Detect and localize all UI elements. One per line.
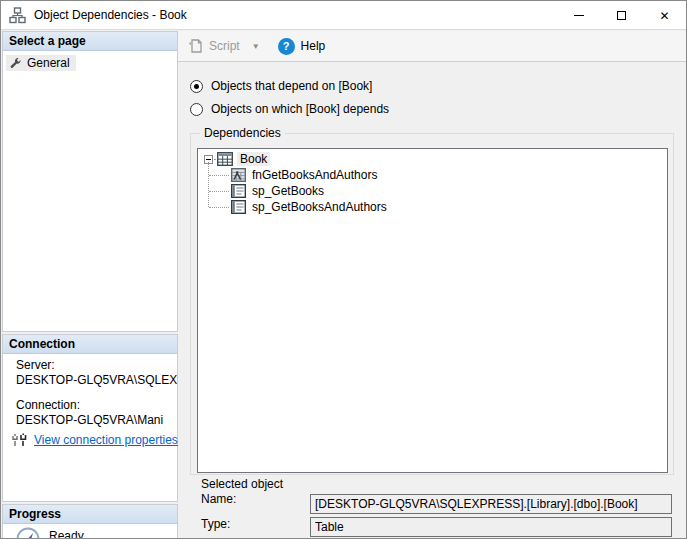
select-a-page-header: Select a page — [3, 32, 177, 51]
radio-objects-that-depend-label: Objects that depend on [Book] — [211, 79, 372, 93]
radio-objects-on-which-depends[interactable]: Objects on which [Book] depends — [190, 102, 389, 116]
ready-spinner-icon — [15, 526, 41, 539]
minimize-icon — [574, 15, 584, 16]
maximize-button[interactable] — [600, 1, 643, 30]
close-icon: ✕ — [659, 10, 669, 22]
type-label: Type: — [201, 517, 230, 531]
connection-properties-icon — [11, 433, 29, 447]
help-button-label: Help — [301, 39, 326, 53]
connection-panel: Connection Server: DESKTOP-GLQ5VRA\SQLEX… — [2, 334, 178, 502]
progress-panel: Progress Ready — [2, 504, 178, 539]
radio-objects-that-depend[interactable]: Objects that depend on [Book] — [190, 79, 372, 93]
tree-connector-line — [209, 191, 229, 192]
close-button[interactable]: ✕ — [643, 1, 686, 30]
stored-procedure-icon — [231, 200, 246, 214]
window-controls: ✕ — [557, 1, 686, 30]
connection-label: Connection: — [16, 398, 80, 412]
view-connection-properties-label: View connection properties — [34, 433, 178, 447]
minimize-button[interactable] — [557, 1, 600, 30]
tree-item-sp-getbooks[interactable]: sp_GetBooks — [231, 183, 326, 199]
dependencies-tree: Book fnGetBooksAndAuthors sp_GetBooks — [197, 148, 668, 473]
script-button[interactable]: Script — [188, 38, 240, 54]
progress-status: Ready — [15, 526, 84, 539]
select-a-page-panel: Select a page General — [2, 31, 178, 332]
table-valued-function-icon — [231, 168, 246, 182]
tree-item-sp-getbooks-label: sp_GetBooks — [250, 184, 326, 198]
wrench-icon — [9, 57, 22, 70]
stored-procedure-icon — [231, 184, 246, 198]
tree-connector-line — [209, 175, 229, 176]
tree-item-sp-getbooksandauthors-label: sp_GetBooksAndAuthors — [250, 200, 389, 214]
selected-object-type-field[interactable] — [310, 517, 672, 537]
script-dropdown-arrow-icon[interactable]: ▼ — [252, 42, 260, 51]
sidebar-item-general[interactable]: General — [6, 55, 76, 71]
script-icon — [188, 38, 204, 54]
server-label: Server: — [16, 358, 55, 372]
help-icon: ? — [278, 38, 295, 55]
object-dependencies-dialog: Object Dependencies - Book ✕ Select a pa… — [0, 0, 687, 539]
tree-connector-line — [209, 207, 229, 208]
table-icon — [217, 152, 233, 166]
selected-object-name-field[interactable] — [310, 494, 672, 514]
tree-connector-line — [208, 162, 209, 207]
selected-object-section-label: Selected object — [201, 477, 283, 491]
radio-unselected-icon — [190, 103, 203, 116]
sidebar-item-label: General — [27, 56, 70, 70]
radio-selected-icon — [190, 80, 203, 93]
tree-item-fngetbooksandauthors-label: fnGetBooksAndAuthors — [250, 168, 379, 182]
tree-item-fngetbooksandauthors[interactable]: fnGetBooksAndAuthors — [231, 167, 379, 183]
progress-status-label: Ready — [49, 529, 84, 539]
maximize-icon — [617, 11, 626, 20]
tree-item-sp-getbooksandauthors[interactable]: sp_GetBooksAndAuthors — [231, 199, 389, 215]
tree-item-book-label: Book — [237, 152, 270, 166]
view-connection-properties-link[interactable]: View connection properties — [11, 433, 178, 447]
toolbar: Script ▼ ? Help — [178, 31, 686, 62]
window-title: Object Dependencies - Book — [34, 8, 187, 22]
dependencies-icon — [9, 7, 26, 24]
help-button[interactable]: ? Help — [278, 38, 326, 55]
progress-header: Progress — [3, 505, 177, 524]
script-button-label: Script — [209, 39, 240, 53]
connection-value: DESKTOP-GLQ5VRA\Mani — [16, 413, 177, 427]
connection-header: Connection — [3, 335, 177, 354]
radio-objects-on-which-depends-label: Objects on which [Book] depends — [211, 102, 389, 116]
server-value: DESKTOP-GLQ5VRA\SQLEXPRESS — [16, 373, 177, 387]
titlebar: Object Dependencies - Book ✕ — [1, 1, 686, 30]
tree-item-book[interactable]: Book — [204, 151, 270, 167]
dependencies-groupbox-label: Dependencies — [200, 126, 285, 140]
name-label: Name: — [201, 492, 236, 506]
